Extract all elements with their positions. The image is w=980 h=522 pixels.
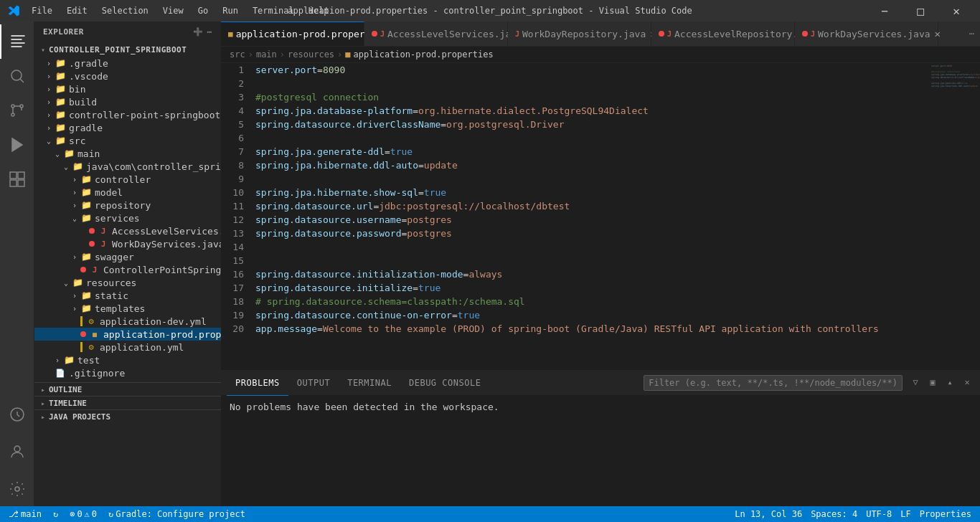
tree-icon-controller-point: 📁	[55, 109, 66, 120]
activity-remote[interactable]	[0, 397, 34, 432]
tree-item-gradle[interactable]: ›📁.gradle	[34, 57, 221, 70]
breadcrumb-resources[interactable]: resources	[288, 49, 334, 60]
line-number: 6	[227, 131, 244, 145]
tree-item-controller-point[interactable]: ›📁controller-point-springboot	[34, 108, 221, 121]
code-editor[interactable]: server.port=8090 #postgresql connections…	[250, 63, 923, 370]
panel-tab-debug[interactable]: DEBUG CONSOLE	[400, 371, 489, 396]
menu-view[interactable]: View	[157, 4, 189, 17]
activity-explorer[interactable]	[0, 24, 34, 59]
new-file-icon[interactable]: ➕	[193, 27, 204, 37]
breadcrumb-main[interactable]: main	[256, 49, 277, 60]
tree-icon-model: 📁	[80, 186, 92, 198]
tree-label-java: java\com\controller_spring_boot\...	[86, 161, 221, 172]
tree-item-vscode[interactable]: ›📁.vscode	[34, 70, 221, 82]
tree-item-java[interactable]: ⌄📁java\com\controller_spring_boot\...	[34, 160, 221, 173]
minimize-button[interactable]: −	[868, 0, 901, 22]
status-language[interactable]: Properties	[917, 506, 974, 522]
tree-arrow-vscode: ›	[43, 70, 55, 82]
tree-item-gitignore[interactable]: 📄.gitignore	[34, 366, 221, 379]
activity-run[interactable]	[0, 128, 34, 162]
tree-item-swagger[interactable]: ›📁swagger	[34, 250, 221, 263]
sidebar-outline[interactable]: ▸ OUTLINE	[34, 382, 221, 396]
status-errors[interactable]: ⊗ 0 ⚠ 0	[67, 506, 100, 522]
panel-filter-icon[interactable]: ▽	[908, 375, 923, 389]
sidebar-timeline[interactable]: ▸ TIMELINE	[34, 396, 221, 409]
breadcrumb-src[interactable]: src	[230, 49, 245, 60]
panel-tab-problems[interactable]: PROBLEMS	[227, 371, 288, 396]
editor-content[interactable]: 1234567891011121314151617181920 server.p…	[221, 63, 980, 370]
minimap: server.port=8090 #postgresql connection …	[923, 63, 980, 370]
tabs-more[interactable]: ⋯	[963, 29, 980, 39]
tree-item-services[interactable]: ⌄📁services	[34, 212, 221, 224]
tree-item-model[interactable]: ›📁model	[34, 186, 221, 199]
tree-item-resources[interactable]: ⌄📁resources	[34, 276, 221, 289]
tree-item-access-svc[interactable]: JAccessLevelServices.java	[34, 224, 221, 237]
tab-app-prod[interactable]: ■ application-prod.properties ✕	[221, 22, 364, 47]
status-sync[interactable]: ↻	[50, 506, 61, 522]
activity-settings[interactable]	[0, 472, 34, 506]
tab-label-workday-svc: WorkDayServices.java	[818, 29, 930, 39]
status-line-col[interactable]: Ln 13, Col 36	[732, 506, 805, 522]
status-line-ending[interactable]: LF	[897, 506, 913, 522]
maximize-button[interactable]: □	[904, 0, 937, 22]
tree-icon-access-svc: J	[98, 225, 109, 237]
tree-icon-vscode: 📁	[55, 70, 66, 82]
tree-root[interactable]: ▾ CONTROLLER_POINT_SPRINGBOOT	[34, 42, 221, 57]
status-spaces[interactable]: Spaces: 4	[808, 506, 860, 522]
sidebar-java-projects[interactable]: ▸ JAVA PROJECTS	[34, 409, 221, 423]
panel-split-icon[interactable]: ▣	[925, 375, 940, 389]
panel-tab-terminal[interactable]: TERMINAL	[339, 371, 400, 396]
tab-access-level-svc[interactable]: J AccessLevelServices.java ✕	[364, 22, 508, 47]
svg-point-0	[11, 70, 22, 80]
tree-item-src[interactable]: ⌄📁src	[34, 134, 221, 147]
panel-tab-output[interactable]: OUTPUT	[288, 371, 339, 396]
panel-close-icon[interactable]: ✕	[960, 375, 974, 389]
activity-source-control[interactable]	[0, 93, 34, 128]
status-gradle[interactable]: ↻ Gradle: Configure project	[105, 506, 248, 522]
activity-search[interactable]	[0, 59, 34, 93]
status-branch[interactable]: ⎇ main	[6, 506, 44, 522]
main-container: EXPLORER ➕ ⋯ ▾ CONTROLLER_POINT_SPRINGBO…	[0, 22, 980, 506]
tree-item-gradle-folder[interactable]: ›📁gradle	[34, 121, 221, 134]
tree-icon-bin: 📁	[55, 83, 66, 95]
tree-item-build[interactable]: ›📁build	[34, 95, 221, 108]
status-encoding[interactable]: UTF-8	[863, 506, 895, 522]
tree-item-bin[interactable]: ›📁bin	[34, 82, 221, 95]
status-gradle-text: Gradle: Configure project	[116, 509, 245, 519]
close-button[interactable]: ✕	[940, 0, 973, 22]
tree-item-templates[interactable]: ›📁templates	[34, 302, 221, 315]
activity-account[interactable]	[0, 435, 34, 469]
tree-item-app-dev[interactable]: ⚙application-dev.yml	[34, 315, 221, 328]
tab-workday-repo[interactable]: J WorkDayRepository.java ✕	[508, 22, 651, 47]
menu-selection[interactable]: Selection	[96, 4, 154, 17]
tab-workday-svc[interactable]: J WorkDayServices.java ✕	[795, 22, 938, 47]
panel-chevron-up-icon[interactable]: ▴	[943, 375, 957, 389]
menu-run[interactable]: Run	[217, 4, 244, 17]
outline-arrow: ▸	[37, 384, 49, 395]
tree-item-main[interactable]: ⌄📁main	[34, 147, 221, 160]
line-number: 1	[227, 63, 244, 77]
activity-extensions[interactable]	[0, 162, 34, 196]
no-problems-text: No problems have been detected in the wo…	[230, 402, 499, 412]
tree-item-controller[interactable]: ›📁controller	[34, 173, 221, 186]
tree-item-app-yml[interactable]: ⚙application.yml	[34, 341, 221, 353]
menu-edit[interactable]: Edit	[61, 4, 93, 17]
tab-close-workday-svc[interactable]: ✕	[935, 28, 941, 39]
tree-item-test[interactable]: ›📁test	[34, 353, 221, 366]
tab-access-level-repo[interactable]: J AccessLevelRepository.java ✕	[651, 22, 795, 47]
status-right: Ln 13, Col 36 Spaces: 4 UTF-8 LF Propert…	[732, 506, 974, 522]
tree-item-app-prod-file[interactable]: ■application-prod.properties	[34, 328, 221, 341]
tree-label-controller-point: controller-point-springboot	[69, 110, 220, 120]
tree-label-build: build	[69, 97, 97, 108]
tab-error-dot-repo	[659, 31, 664, 37]
tree-item-ctrl-app[interactable]: JControllerPointSpringbootApplica...	[34, 263, 221, 276]
panel-filter-box[interactable]: Filter (e.g. text, **/*.ts, !**/node_mod…	[644, 375, 903, 391]
tree-arrow-gradle-folder: ›	[43, 122, 55, 133]
menu-file[interactable]: File	[26, 4, 58, 17]
tree-item-workday-svc[interactable]: JWorkDayServices.java	[34, 237, 221, 250]
tree-item-static[interactable]: ›📁static	[34, 289, 221, 302]
tree-item-repository[interactable]: ›📁repository	[34, 199, 221, 212]
breadcrumb-file[interactable]: ■ application-prod.properties	[345, 49, 493, 60]
more-options-icon[interactable]: ⋯	[207, 27, 212, 37]
menu-go[interactable]: Go	[192, 4, 214, 17]
